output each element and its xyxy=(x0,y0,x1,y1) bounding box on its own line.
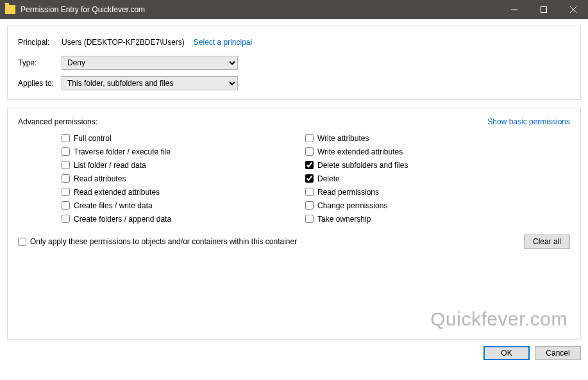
permission-checkbox[interactable] xyxy=(62,215,70,223)
permission-label[interactable]: Read attributes xyxy=(74,174,126,183)
permission-label[interactable]: Delete subfolders and files xyxy=(317,161,408,170)
titlebar: Permission Entry for Quickfever.com xyxy=(0,0,588,19)
permission-item: Read extended attributes xyxy=(62,185,305,199)
permission-checkbox[interactable] xyxy=(62,188,70,196)
permission-checkbox[interactable] xyxy=(305,134,314,142)
permission-item: Traverse folder / execute file xyxy=(62,145,305,158)
type-label: Type: xyxy=(18,58,62,67)
permission-item: Write extended attributes xyxy=(305,145,549,158)
principal-value: Users (DESKTOP-KF2BDE7\Users) xyxy=(62,38,185,47)
permission-item: Read permissions xyxy=(305,185,549,199)
applies-to-select[interactable]: This folder, subfolders and files xyxy=(62,76,238,90)
permission-label[interactable]: Change permissions xyxy=(317,201,387,210)
cancel-button[interactable]: Cancel xyxy=(535,346,581,360)
permission-checkbox[interactable] xyxy=(62,147,70,156)
svg-rect-1 xyxy=(541,7,547,13)
permission-item: Create folders / append data xyxy=(62,212,305,226)
permission-checkbox[interactable] xyxy=(305,174,314,183)
header-panel: Principal: Users (DESKTOP-KF2BDE7\Users)… xyxy=(7,26,581,100)
permission-checkbox[interactable] xyxy=(62,134,70,142)
show-basic-permissions-link[interactable]: Show basic permissions xyxy=(487,117,570,126)
permission-checkbox[interactable] xyxy=(62,201,70,210)
permissions-panel: Advanced permissions: Show basic permiss… xyxy=(7,108,581,340)
permission-checkbox[interactable] xyxy=(305,201,314,210)
close-button[interactable] xyxy=(559,0,588,19)
clear-all-button[interactable]: Clear all xyxy=(524,235,570,249)
only-apply-label[interactable]: Only apply these permissions to objects … xyxy=(30,237,297,246)
permission-item: Write attributes xyxy=(305,131,549,145)
ok-button[interactable]: OK xyxy=(483,346,530,360)
dialog-footer: OK Cancel xyxy=(0,340,588,367)
permission-label[interactable]: Take ownership xyxy=(317,215,371,224)
advanced-permissions-label: Advanced permissions: xyxy=(18,117,97,126)
permission-checkbox[interactable] xyxy=(305,215,314,223)
permission-label[interactable]: List folder / read data xyxy=(74,161,146,170)
select-principal-link[interactable]: Select a principal xyxy=(194,38,252,47)
type-select[interactable]: Deny xyxy=(62,56,238,70)
permission-item: List folder / read data xyxy=(62,158,305,172)
watermark: Quickfever.com xyxy=(430,308,567,330)
permission-checkbox[interactable] xyxy=(62,161,70,169)
permission-item: Delete subfolders and files xyxy=(305,158,549,172)
permission-label[interactable]: Delete xyxy=(317,174,340,183)
folder-icon xyxy=(5,5,15,14)
permission-checkbox[interactable] xyxy=(305,147,314,156)
minimize-button[interactable] xyxy=(500,0,529,19)
permission-label[interactable]: Write attributes xyxy=(317,134,369,143)
window-title: Permission Entry for Quickfever.com xyxy=(21,5,145,14)
permission-item: Full control xyxy=(62,131,305,145)
permission-label[interactable]: Read permissions xyxy=(317,188,379,197)
permission-item: Change permissions xyxy=(305,199,549,212)
permission-label[interactable]: Read extended attributes xyxy=(74,188,160,197)
permission-item: Read attributes xyxy=(62,172,305,185)
principal-label: Principal: xyxy=(18,38,62,47)
maximize-button[interactable] xyxy=(529,0,559,19)
permission-label[interactable]: Full control xyxy=(74,134,112,143)
permission-item: Take ownership xyxy=(305,212,549,226)
only-apply-checkbox[interactable] xyxy=(18,238,26,246)
permission-checkbox[interactable] xyxy=(62,174,70,183)
permission-label[interactable]: Traverse folder / execute file xyxy=(74,147,171,156)
permission-checkbox[interactable] xyxy=(305,161,314,169)
permission-checkbox[interactable] xyxy=(305,188,314,196)
applies-to-label: Applies to: xyxy=(18,79,62,88)
permission-label[interactable]: Create folders / append data xyxy=(74,215,171,224)
permission-label[interactable]: Create files / write data xyxy=(74,201,153,210)
permission-item: Delete xyxy=(305,172,549,185)
permission-label[interactable]: Write extended attributes xyxy=(317,147,403,156)
permission-item: Create files / write data xyxy=(62,199,305,212)
